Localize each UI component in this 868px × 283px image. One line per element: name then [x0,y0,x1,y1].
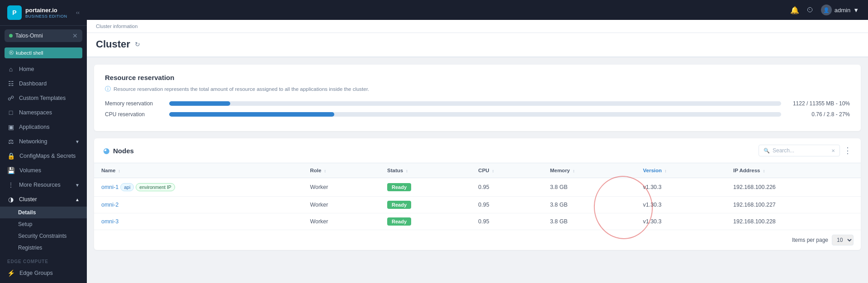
sidebar-item-volumes[interactable]: 💾 Volumes [0,163,87,178]
node-memory-cell: 3.8 GB [543,178,636,197]
nodes-icon: ◕ [103,146,109,155]
node-memory-cell: 3.8 GB [543,213,636,230]
home-icon: ⌂ [7,66,14,73]
col-cpu: CPU ↕ [471,163,543,178]
dashboard-icon: ☷ [7,80,14,87]
cpu-sort-icon[interactable]: ↕ [492,169,494,173]
node-cpu-cell: 0.95 [471,197,543,213]
col-version: Version ↕ [636,163,726,178]
sidebar-item-cluster-setup[interactable]: Setup [0,218,87,230]
memory-sort-icon[interactable]: ↕ [573,169,575,173]
nodes-table-wrap: Name ↕ Role ↕ Status ↕ [94,163,861,230]
sidebar-item-cluster-security[interactable]: Security Constraints [0,230,87,242]
cluster-chevron: ▲ [75,197,80,202]
node-role-cell: Worker [303,197,380,213]
status-sort-icon[interactable]: ↕ [406,169,408,173]
node-status-cell: Ready [380,213,471,230]
sidebar-item-configmaps[interactable]: 🔒 ConfigMaps & Secrets [0,149,87,163]
node-name-cell: omni-2 [94,197,303,213]
node-name-link[interactable]: omni-3 [101,218,119,225]
kubectl-shell-button[interactable]: Ⓚ kubectl shell [5,47,82,58]
node-status-cell: Ready [380,197,471,213]
table-row: omni-1apienvironment IP Worker Ready 0.9… [94,178,861,197]
sidebar-item-networking[interactable]: ⚖ Networking ▼ [0,134,87,149]
user-menu[interactable]: 👤 admin ▼ [821,5,859,15]
notifications-icon[interactable]: 🔔 [790,6,799,14]
items-per-page-label: Items per page [792,237,828,243]
sidebar: P portainer.io BUSINESS EDITION ‹‹ Talos… [0,0,87,283]
node-memory-cell: 3.8 GB [543,197,636,213]
role-sort-icon[interactable]: ↕ [324,169,327,173]
col-name: Name ↕ [94,163,303,178]
node-ip-cell: 192.168.100.228 [726,213,861,230]
sidebar-item-cluster-registries[interactable]: Registries [0,242,87,254]
sidebar-item-home[interactable]: ⌂ Home [0,62,87,76]
sidebar-item-applications[interactable]: ▣ Applications [0,120,87,134]
breadcrumb: Cluster information [87,20,868,33]
volumes-icon: 💾 [7,167,15,174]
node-name-link[interactable]: omni-2 [101,202,119,208]
env-selector[interactable]: Talos-Omni ✕ [5,29,82,42]
table-footer: Items per page 10 25 50 [94,230,861,250]
node-version-cell: v1.30.3 [636,197,726,213]
nodes-table: Name ↕ Role ↕ Status ↕ [94,163,861,230]
env-close-button[interactable]: ✕ [72,32,78,39]
env-status-dot [9,34,13,38]
refresh-icon[interactable]: ↻ [135,41,140,48]
sidebar-item-edge-stacks[interactable]: ◫ Edge Stacks [0,280,87,283]
sidebar-item-custom-templates[interactable]: ☍ Custom Templates [0,91,87,105]
sidebar-item-namespaces[interactable]: □ Namespaces [0,105,87,120]
nodes-search-box[interactable]: 🔍 Search... ✕ [759,145,840,156]
node-name-cell: omni-3 [94,213,303,230]
namespaces-icon: □ [7,109,14,116]
avatar: 👤 [821,5,832,15]
cpu-progress-bar [169,112,781,117]
cpu-row: CPU reservation 0.76 / 2.8 - 27% [105,111,850,118]
page-header: Cluster ↻ [87,33,868,57]
col-memory: Memory ↕ [543,163,636,178]
edge-groups-icon: ⚡ [7,269,15,277]
sidebar-item-edge-groups[interactable]: ⚡ Edge Groups [0,266,87,280]
status-badge: Ready [387,183,411,191]
ip-sort-icon[interactable]: ↕ [763,169,765,173]
sidebar-item-dashboard[interactable]: ☷ Dashboard [0,76,87,91]
sidebar-item-cluster-details[interactable]: Details [0,207,87,218]
node-version-cell: v1.30.3 [636,178,726,197]
node-cpu-cell: 0.95 [471,178,543,197]
sidebar-item-cluster[interactable]: ◑ Cluster ▲ [0,192,87,207]
memory-label: Memory reservation [105,100,164,107]
resource-reservation-info: Resource reservation represents the tota… [114,86,369,92]
status-badge: Ready [387,201,411,209]
cpu-progress-fill [169,112,334,117]
app-edition: BUSINESS EDITION [25,14,67,19]
node-version-cell: v1.30.3 [636,213,726,230]
search-clear-icon: ✕ [831,148,835,153]
col-ip: IP Address ↕ [726,163,861,178]
col-role: Role ↕ [303,163,380,178]
version-sort-icon[interactable]: ↕ [664,169,667,173]
more-resources-chevron: ▼ [75,183,80,188]
memory-value: 1122 / 11355 MB - 10% [787,100,850,107]
table-header-row: Name ↕ Role ↕ Status ↕ [94,163,861,178]
node-name-link[interactable]: omni-1 [101,184,119,190]
clock-icon[interactable]: ⏲ [806,6,814,14]
node-name-cell: omni-1apienvironment IP [94,178,303,197]
nodes-card: ◕ Nodes 🔍 Search... ✕ ⋮ [94,138,861,250]
resource-reservation-card: Resource reservation ⓘ Resource reservat… [94,65,861,131]
nodes-title: ◕ Nodes [103,146,134,155]
more-options-button[interactable]: ⋮ [844,146,852,156]
main-content: 🔔 ⏲ 👤 admin ▼ Cluster information Cluste… [87,0,868,283]
logo-area: P portainer.io BUSINESS EDITION ‹‹ [0,0,87,26]
search-placeholder: Search... [773,147,794,154]
col-status: Status ↕ [380,163,471,178]
node-tag: environment IP [136,183,175,191]
memory-row: Memory reservation 1122 / 11355 MB - 10% [105,100,850,107]
items-per-page-select[interactable]: 10 25 50 [832,235,854,245]
collapse-sidebar-button[interactable]: ‹‹ [76,9,80,16]
sidebar-item-more-resources[interactable]: ⋮ More Resources ▼ [0,178,87,192]
name-sort-icon[interactable]: ↕ [119,169,121,173]
table-row: omni-2 Worker Ready 0.95 3.8 GB v1.30.3 … [94,197,861,213]
memory-progress-bar [169,101,781,106]
cluster-icon: ◑ [7,196,14,203]
table-row: omni-3 Worker Ready 0.95 3.8 GB v1.30.3 … [94,213,861,230]
